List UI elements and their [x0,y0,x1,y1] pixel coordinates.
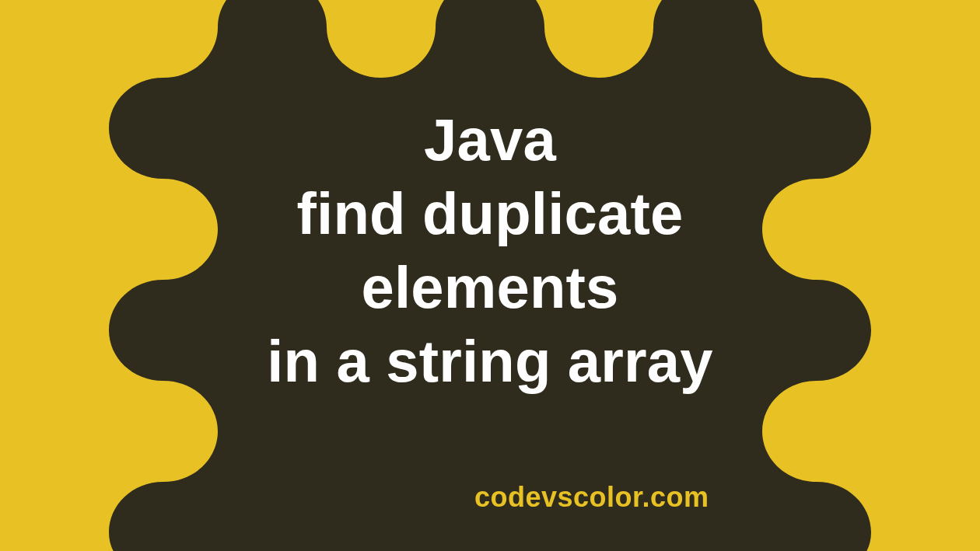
title-line-3: elements [361,254,618,320]
credit-text: codevscolor.com [474,481,709,514]
title-line-4: in a string array [267,328,713,394]
title-line-2: find duplicate [297,180,684,246]
title-line-1: Java [424,106,556,173]
hero-title: Java find duplicate elements in a string… [0,103,980,398]
